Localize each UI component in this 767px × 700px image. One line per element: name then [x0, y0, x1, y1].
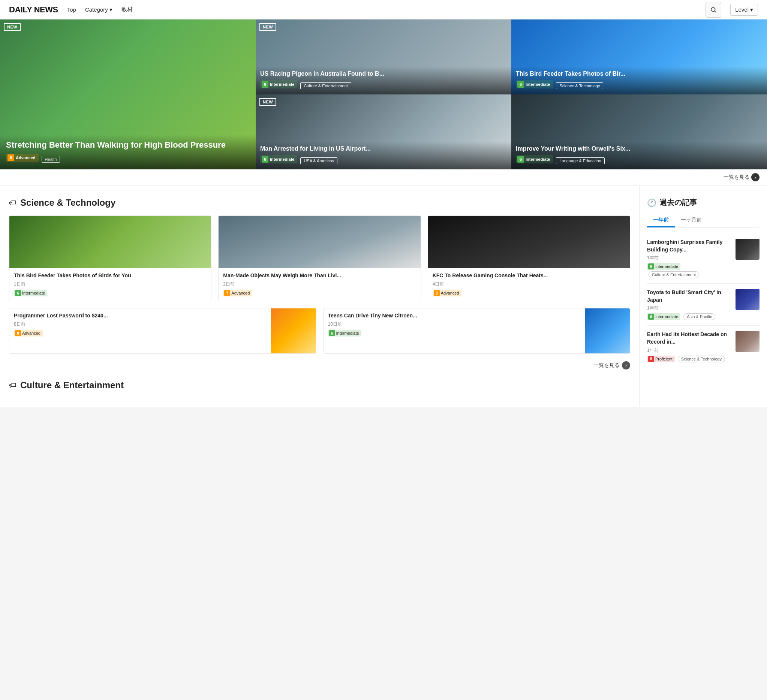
category-lamborghini: Culture & Entertainment [649, 271, 699, 278]
sidebar-title-toyota: Toyota to Build 'Smart City' in Japan [647, 289, 731, 303]
sci-tech-more-arrow: › [622, 361, 630, 370]
sidebar-title-earth: Earth Had Its Hottest Decade on Record i… [647, 331, 731, 346]
sidebar-article-body-toyota: Toyota to Build 'Smart City' in Japan 1年… [647, 289, 731, 320]
hero-more-row: 一覧を見る › [0, 169, 767, 186]
article-card-birdfeeder[interactable]: This Bird Feeder Takes Photos of Birds f… [9, 216, 212, 301]
article-title-city: Man-Made Objects May Weigh More Than Liv… [223, 272, 416, 279]
category-toyota: Asia & Pacific [683, 313, 715, 320]
article-title-birdfeeder: This Bird Feeder Takes Photos of Birds f… [14, 272, 207, 279]
article-img-city [218, 216, 420, 268]
article-date-city: 2日前 [223, 281, 416, 287]
hero-article-writing[interactable]: Improve Your Writing with Orwell's Six..… [511, 94, 767, 169]
article-img-kfc [428, 216, 630, 268]
article-body-citroen: Teens Can Drive Tiny New Citroën... 10日前… [323, 308, 585, 353]
level-birdfeeder: 6 Intermediate [14, 290, 47, 297]
hero-title-pigeon: US Racing Pigeon in Australia Found to B… [260, 70, 507, 78]
level-badge-pigeon: 6 Intermediate [260, 80, 297, 89]
level-badge-airport: 6 Intermediate [260, 155, 297, 163]
article-date-citroen: 10日前 [328, 321, 581, 327]
category-earth: Science & Technology [678, 356, 725, 362]
level-city: 7 Advanced [223, 290, 252, 297]
hero-overlay-airport: Man Arrested for Living in US Airport...… [256, 141, 511, 169]
sidebar-img-toyota [735, 289, 759, 310]
culture-section-header: 🏷 Culture & Entertainment [9, 380, 630, 390]
category-tag-birdfeeder: Science & Technology [556, 83, 603, 89]
article-card-kfc[interactable]: KFC To Release Gaming Console That Heats… [428, 216, 630, 301]
hero-overlay-writing: Improve Your Writing with Orwell's Six..… [511, 141, 767, 169]
article-img-bitcoin [271, 308, 316, 353]
tab-one-month[interactable]: 一ヶ月前 [675, 214, 708, 227]
new-badge-pigeon: NEW [259, 23, 276, 31]
hero-title-writing: Improve Your Writing with Orwell's Six..… [516, 145, 762, 153]
article-body-birdfeeder: This Bird Feeder Takes Photos of Birds f… [10, 268, 211, 301]
clock-icon: 🕐 [647, 198, 656, 207]
article-body-kfc: KFC To Release Gaming Console That Heats… [428, 268, 630, 301]
hero-title-birdfeeder: This Bird Feeder Takes Photos of Bir... [516, 70, 762, 78]
sidebar-article-body-lamborghini: Lamborghini Surprises Family Building Co… [647, 239, 731, 278]
article-card-bitcoin[interactable]: Programmer Lost Password to $240... 8日前 … [9, 308, 317, 354]
article-img-citroen [585, 308, 630, 353]
category-tag-pigeon: Culture & Entertainment [300, 83, 351, 89]
sidebar-date-toyota: 1年前 [647, 305, 731, 311]
brand-logo: DAILY NEWS [9, 5, 58, 14]
hero-main-title: Stretching Better Than Walking for High … [6, 140, 250, 151]
nav-top[interactable]: Top [67, 6, 76, 13]
culture-title: Culture & Entertainment [20, 380, 124, 390]
article-card-city[interactable]: Man-Made Objects May Weigh More Than Liv… [218, 216, 421, 301]
chevron-down-icon-level: ▾ [750, 6, 753, 13]
sci-tech-section-header: 🏷 Science & Technology [9, 197, 630, 208]
category-tag-writing: Language & Education [556, 157, 604, 164]
article-card-citroen[interactable]: Teens Can Drive Tiny New Citroën... 10日前… [323, 308, 630, 354]
level-citroen: 6 Intermediate [328, 330, 361, 337]
hero-main-overlay: Stretching Better Than Walking for High … [0, 135, 256, 169]
search-button[interactable] [705, 2, 721, 17]
level-lamborghini: 6 Intermediate [647, 263, 680, 270]
hero-article-pigeon[interactable]: NEW US Racing Pigeon in Australia Found … [256, 19, 511, 94]
sidebar-tabs: 一年前 一ヶ月前 [647, 214, 759, 227]
sidebar-title: 🕐 過去の記事 [647, 197, 759, 208]
hero-article-birdfeeder[interactable]: This Bird Feeder Takes Photos of Bir... … [511, 19, 767, 94]
search-icon [710, 6, 717, 13]
category-tag-airport: USA & Americas [300, 157, 337, 164]
nav-category[interactable]: Category ▾ [85, 6, 113, 13]
sidebar-article-toyota[interactable]: Toyota to Build 'Smart City' in Japan 1年… [647, 284, 759, 325]
article-date-bitcoin: 8日前 [14, 321, 267, 327]
sidebar-article-lamborghini[interactable]: Lamborghini Surprises Family Building Co… [647, 233, 759, 284]
navbar: DAILY NEWS Top Category ▾ 教材 Level ▾ [0, 0, 767, 19]
sidebar-img-earth [735, 331, 759, 352]
sci-tech-icon: 🏷 [9, 198, 16, 207]
level-bitcoin: 8 Advanced [14, 330, 43, 337]
sci-tech-bottom-grid: Programmer Lost Password to $240... 8日前 … [9, 308, 630, 354]
hero-article-airport[interactable]: NEW Man Arrested for Living in US Airpor… [256, 94, 511, 169]
level-num-main: 8 [8, 154, 14, 161]
sidebar-img-lamborghini [735, 239, 759, 260]
sci-tech-more-link[interactable]: 一覧を見る › [9, 361, 630, 370]
article-img-birdfeeder [10, 216, 211, 268]
hero-more-arrow: › [751, 173, 759, 181]
svg-point-0 [711, 8, 715, 12]
sidebar-article-body-earth: Earth Had Its Hottest Decade on Record i… [647, 331, 731, 362]
level-selector[interactable]: Level ▾ [730, 4, 758, 16]
hero-title-airport: Man Arrested for Living in US Airport... [260, 145, 507, 153]
sidebar-article-earth[interactable]: Earth Had Its Hottest Decade on Record i… [647, 325, 759, 367]
nav-materials[interactable]: 教材 [121, 6, 133, 13]
article-title-citroen: Teens Can Drive Tiny New Citroën... [328, 312, 581, 320]
new-badge-airport: NEW [259, 98, 276, 106]
sidebar-title-lamborghini: Lamborghini Surprises Family Building Co… [647, 239, 731, 253]
right-sidebar: 🕐 過去の記事 一年前 一ヶ月前 Lamborghini Surprises F… [640, 186, 767, 407]
main-content: 🏷 Science & Technology This Bird Feeder … [0, 186, 767, 407]
new-badge: NEW [4, 23, 21, 31]
hero-main-article[interactable]: NEW Stretching Better Than Walking for H… [0, 19, 256, 169]
hero-overlay-birdfeeder: This Bird Feeder Takes Photos of Bir... … [511, 66, 767, 94]
article-title-kfc: KFC To Release Gaming Console That Heats… [433, 272, 625, 279]
sci-tech-top-grid: This Bird Feeder Takes Photos of Birds f… [9, 216, 630, 301]
level-badge-writing: 6 Intermediate [516, 155, 553, 163]
svg-line-1 [715, 11, 716, 13]
hero-section: NEW Stretching Better Than Walking for H… [0, 19, 767, 169]
level-label-main: Advanced [16, 156, 36, 160]
hero-more-link[interactable]: 一覧を見る › [724, 173, 759, 181]
tab-one-year[interactable]: 一年前 [647, 214, 675, 227]
hero-overlay-pigeon: US Racing Pigeon in Australia Found to B… [256, 66, 511, 94]
level-badge-main: 8 Advanced [6, 154, 38, 162]
sci-tech-title: Science & Technology [20, 197, 115, 208]
